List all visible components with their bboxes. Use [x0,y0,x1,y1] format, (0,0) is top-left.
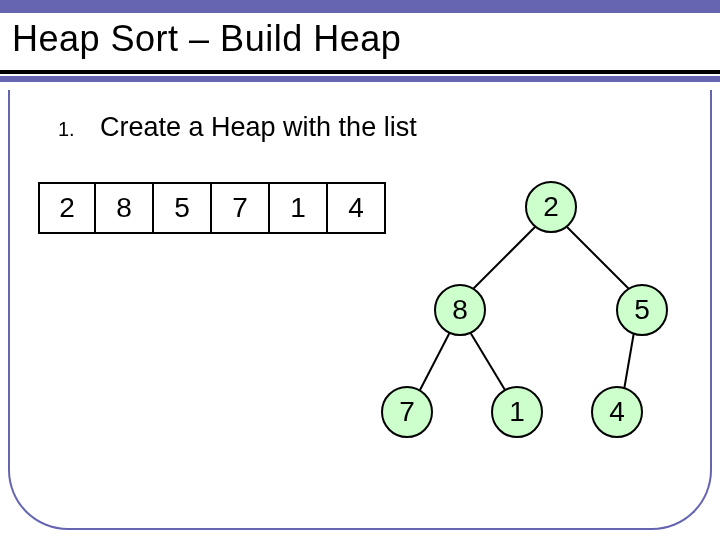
content-frame [8,90,712,530]
slide-title: Heap Sort – Build Heap [12,18,401,60]
step-text: Create a Heap with the list [100,112,417,143]
tree-node-left: 8 [434,284,486,336]
input-array: 2 8 5 7 1 4 [38,182,386,234]
tree-node-lr: 1 [491,386,543,438]
array-cell: 1 [270,182,328,234]
step-number: 1. [58,118,75,141]
title-rule-black [0,70,720,74]
tree-node-ll: 7 [381,386,433,438]
array-cell: 7 [212,182,270,234]
array-cell: 5 [154,182,212,234]
array-cell: 2 [38,182,96,234]
tree-node-right: 5 [616,284,668,336]
array-cell: 8 [96,182,154,234]
tree-node-rl: 4 [591,386,643,438]
tree-node-root: 2 [525,181,577,233]
array-cell: 4 [328,182,386,234]
top-accent-band [0,0,720,13]
title-rule-accent [0,76,720,82]
